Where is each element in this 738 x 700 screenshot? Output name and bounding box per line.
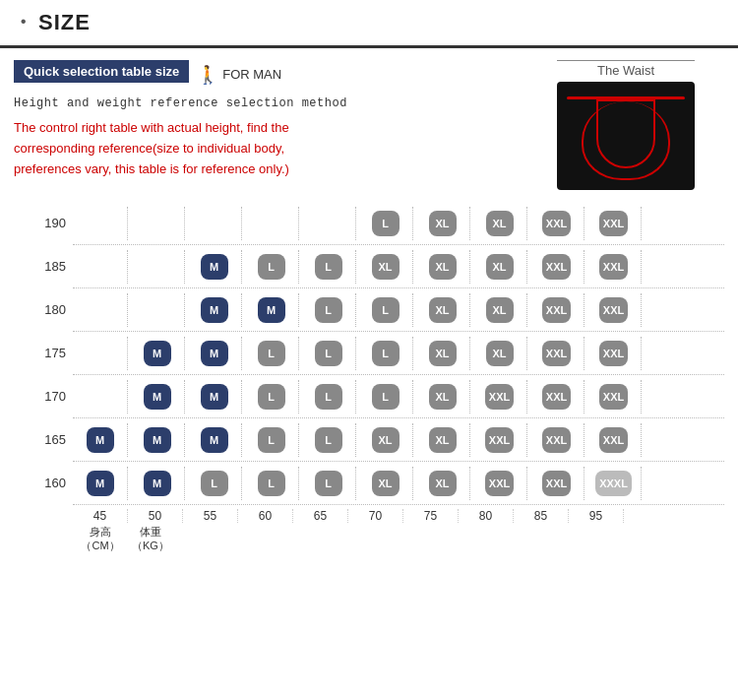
size-cell [301, 207, 356, 240]
size-badge: L [315, 341, 342, 366]
x-axis-label-item: 45 [73, 509, 128, 523]
size-cell: XL [415, 467, 470, 500]
row-height-label: 190 [19, 216, 66, 230]
size-cell: XXL [586, 293, 642, 327]
size-badge: L [258, 384, 285, 410]
size-cell: XXL [586, 337, 642, 370]
size-cell: L [301, 380, 356, 414]
description: The control right table with actual heig… [14, 118, 348, 179]
size-cell: XL [415, 207, 470, 240]
cells-row: MMLLLXLXLXXLXXLXXXL [73, 467, 724, 500]
size-cell: XXL [586, 250, 642, 284]
header-bar: ・SIZE [0, 0, 738, 48]
x-axis-label-item: 55 [183, 509, 238, 523]
size-cell: L [358, 293, 413, 327]
size-badge: XL [429, 427, 457, 453]
size-badge: L [372, 384, 400, 410]
size-badge: XL [429, 297, 457, 323]
size-badge: M [201, 341, 228, 366]
size-cell: XXL [529, 467, 584, 500]
size-cell: XL [358, 250, 413, 284]
size-badge: XL [486, 297, 514, 323]
size-badge: L [372, 341, 400, 366]
size-cell: L [301, 337, 356, 370]
size-badge: XXL [599, 427, 628, 453]
size-badge: L [258, 254, 285, 280]
size-cell [244, 207, 299, 240]
size-badge: XXL [599, 297, 628, 323]
size-badge: XL [429, 341, 457, 366]
size-cell: XXXL [586, 467, 642, 500]
size-cell: XL [472, 250, 527, 284]
cells-row: MMLLLXLXLXXLXXL [73, 337, 724, 370]
size-cell: M [187, 250, 242, 284]
size-badge: XL [429, 254, 457, 280]
size-cell: L [244, 423, 299, 457]
size-cell: XL [415, 423, 470, 457]
quick-selection-label: Quick selection table size [14, 60, 189, 83]
size-cell: XL [415, 293, 470, 327]
size-badge: XXL [542, 254, 571, 280]
cells-row: MMMLLXLXLXXLXXLXXL [73, 423, 724, 457]
x-axis-label-item: 60 [238, 509, 293, 523]
size-cell: M [130, 380, 185, 414]
size-badge: XXL [542, 297, 571, 323]
size-cell: M [130, 337, 185, 370]
chart-row: 165MMMLLXLXLXXLXXLXXL [73, 418, 724, 462]
size-badge: XXL [485, 384, 514, 410]
size-badge: L [372, 297, 400, 323]
size-cell [187, 207, 242, 240]
x-axis-label-item: 50 [128, 509, 183, 523]
size-badge: L [315, 384, 342, 410]
size-badge: M [144, 384, 171, 410]
size-cell: M [187, 293, 242, 327]
size-cell: M [187, 423, 242, 457]
size-cell: M [73, 467, 128, 500]
size-cell: XXL [529, 293, 584, 327]
size-cell [130, 207, 185, 240]
size-cell: XXL [529, 423, 584, 457]
chart-container: 190LXLXLXXLXXL185MLLXLXLXLXXLXXL180MMLLX… [0, 194, 738, 563]
x-axis-label-item: 65 [293, 509, 348, 523]
size-cell: XL [472, 293, 527, 327]
size-cell: L [358, 207, 413, 240]
size-badge: XL [372, 471, 400, 496]
size-cell: XXL [529, 337, 584, 370]
size-badge: M [201, 297, 228, 323]
size-cell: L [301, 423, 356, 457]
size-cell: L [358, 380, 413, 414]
size-cell: XXL [472, 380, 527, 414]
size-badge: M [258, 297, 285, 323]
size-cell: XL [358, 423, 413, 457]
size-badge: XL [429, 471, 457, 496]
size-badge: L [315, 254, 342, 280]
size-cell: XL [472, 337, 527, 370]
size-cell [73, 293, 128, 327]
size-cell: XXL [586, 380, 642, 414]
size-cell: L [187, 467, 242, 500]
size-badge: XXL [542, 341, 571, 366]
size-badge: XXL [599, 341, 628, 366]
size-cell: M [73, 423, 128, 457]
size-badge: L [258, 341, 285, 366]
underwear-inner-graphic [596, 99, 655, 168]
size-badge: XL [486, 211, 514, 236]
size-badge: M [201, 384, 228, 410]
row-height-label: 170 [19, 389, 66, 404]
size-badge: L [201, 471, 228, 496]
person-icon: 🚶 [197, 64, 218, 86]
size-badge: XXL [542, 471, 571, 496]
size-badge: L [315, 471, 342, 496]
size-cell: L [301, 467, 356, 500]
size-cell: XL [415, 380, 470, 414]
chart-row: 175MMLLLXLXLXXLXXL [73, 332, 724, 375]
chart-row: 180MMLLXLXLXXLXXL [73, 288, 724, 332]
left-section: Quick selection table size 🚶 FOR MAN Hei… [14, 60, 518, 190]
x-axis-label-item: 70 [348, 509, 403, 523]
size-cell: L [244, 467, 299, 500]
underwear-image [557, 82, 695, 190]
x-axis-label: 体重（KG） [132, 525, 169, 553]
content-area: Quick selection table size 🚶 FOR MAN Hei… [0, 48, 738, 194]
row-height-label: 175 [19, 346, 66, 360]
size-cell: XXL [529, 380, 584, 414]
